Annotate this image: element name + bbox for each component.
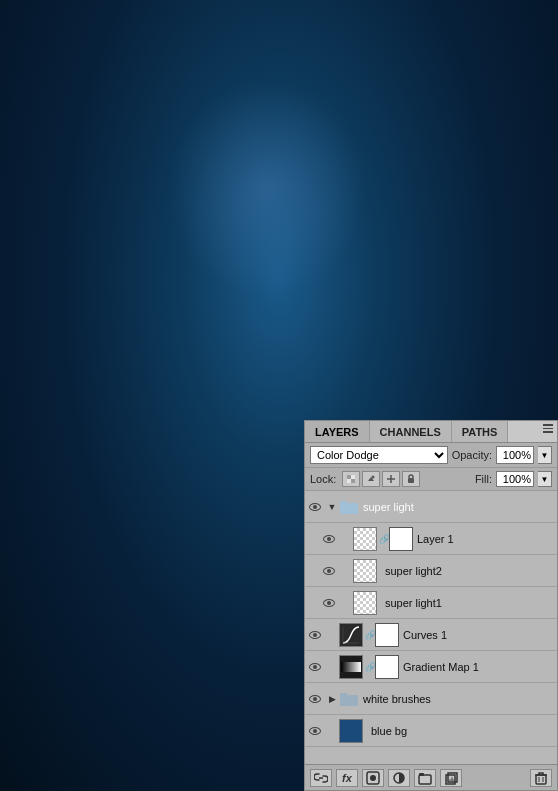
lock-icons [342,471,420,487]
layer-row-super-light1[interactable]: ▶ super light1 [305,587,557,619]
link-icon-curves1: 🔗 [365,623,375,647]
panel-menu-icon[interactable] [543,424,553,433]
layer-name-gradient-map1: Gradient Map 1 [403,661,479,673]
lock-image-icon[interactable] [362,471,380,487]
expand-arrow-white-brushes[interactable]: ▶ [325,683,339,715]
blend-mode-select[interactable]: Color Dodge Normal Multiply Screen Overl… [310,446,448,464]
opacity-arrow[interactable]: ▼ [538,446,552,464]
layer-name-curves1: Curves 1 [403,629,447,641]
expand-arrow-super-light[interactable]: ▼ [325,491,339,523]
link-icon-layer1: 🔗 [379,527,389,551]
lock-row: Lock: Fill: ▼ [305,468,557,491]
layer-thumb-super-light1 [353,591,377,615]
svg-rect-16 [340,693,347,696]
opacity-input[interactable] [496,446,534,464]
layer-row-super-light-group[interactable]: ▼ super light [305,491,557,523]
svg-rect-9 [340,501,347,504]
eye-icon-layer1[interactable] [319,523,339,555]
fill-arrow[interactable]: ▼ [538,471,552,487]
opacity-label: Opacity: [452,449,492,461]
blend-mode-row: Color Dodge Normal Multiply Screen Overl… [305,443,557,468]
new-layer-button[interactable] [440,769,462,787]
eye-icon-blue-bg[interactable] [305,715,325,747]
svg-rect-8 [340,503,358,514]
layer-thumb-layer1 [353,527,377,551]
layer-thumb-gradient-map1 [339,655,363,679]
svg-point-4 [372,476,375,479]
layer-thumb-super-light2 [353,559,377,583]
add-mask-button[interactable] [362,769,384,787]
folder-icon-super-light [339,497,359,517]
eye-icon-super-light2[interactable] [319,555,339,587]
fill-input[interactable] [496,471,534,487]
layer-name-super-light: super light [363,501,414,513]
folder-icon-white-brushes [339,689,359,709]
link-layers-button[interactable] [310,769,332,787]
lock-position-icon[interactable] [382,471,400,487]
svg-rect-27 [536,775,546,784]
eye-icon-gradient-map1[interactable] [305,651,325,683]
layer-row-layer1[interactable]: ▶ 🔗 Layer 1 [305,523,557,555]
layer-mask-gradient-map1 [375,655,399,679]
adjustment-button[interactable] [388,769,410,787]
fx-button[interactable]: fx [336,769,358,787]
tab-layers[interactable]: LAYERS [305,421,370,442]
layer-mask-curves1 [375,623,399,647]
lock-all-icon[interactable] [402,471,420,487]
lock-transparent-icon[interactable] [342,471,360,487]
eye-icon-super-light1[interactable] [319,587,339,619]
eye-icon-white-brushes[interactable] [305,683,325,715]
tab-bar: LAYERS CHANNELS PATHS [305,421,557,443]
svg-rect-1 [351,479,355,483]
layers-panel: LAYERS CHANNELS PATHS Color Dodge Normal… [304,420,558,791]
layer-row-blue-bg[interactable]: ▶ blue bg [305,715,557,747]
layer-mask-layer1 [389,527,413,551]
layer-name-super-light2: super light2 [385,565,442,577]
layer-row-gradient-map1[interactable]: ▶ 🔗 Gradient Map 1 [305,651,557,683]
svg-rect-3 [351,475,355,479]
layer-row-curves1[interactable]: ▶ 🔗 Curves 1 [305,619,557,651]
svg-rect-0 [347,475,351,479]
eye-icon-super-light[interactable] [305,491,325,523]
layer-thumb-blue-bg [339,719,363,743]
lock-label: Lock: [310,473,336,485]
svg-rect-21 [419,775,431,784]
layer-name-super-light1: super light1 [385,597,442,609]
layer-name-layer1: Layer 1 [417,533,454,545]
layer-name-blue-bg: blue bg [371,725,407,737]
link-icon-gradient-map1: 🔗 [365,655,375,679]
blend-mode-wrapper: Color Dodge Normal Multiply Screen Overl… [310,446,448,464]
svg-rect-2 [347,479,351,483]
svg-rect-7 [408,478,414,483]
delete-layer-button[interactable] [530,769,552,787]
svg-rect-15 [340,695,358,706]
bottom-toolbar: fx [305,764,557,790]
layer-row-super-light2[interactable]: ▶ super light2 [305,555,557,587]
eye-icon-curves1[interactable] [305,619,325,651]
new-group-button[interactable] [414,769,436,787]
layer-thumb-curves1 [339,623,363,647]
layer-row-white-brushes[interactable]: ▶ white brushes [305,683,557,715]
svg-point-19 [370,775,376,781]
svg-rect-14 [341,662,361,672]
layer-name-white-brushes: white brushes [363,693,431,705]
svg-rect-22 [419,773,424,776]
fill-label: Fill: [475,473,492,485]
tab-channels[interactable]: CHANNELS [370,421,452,442]
layers-list[interactable]: ▼ super light ▶ 🔗 Layer 1 [305,491,557,764]
tab-paths[interactable]: PATHS [452,421,509,442]
